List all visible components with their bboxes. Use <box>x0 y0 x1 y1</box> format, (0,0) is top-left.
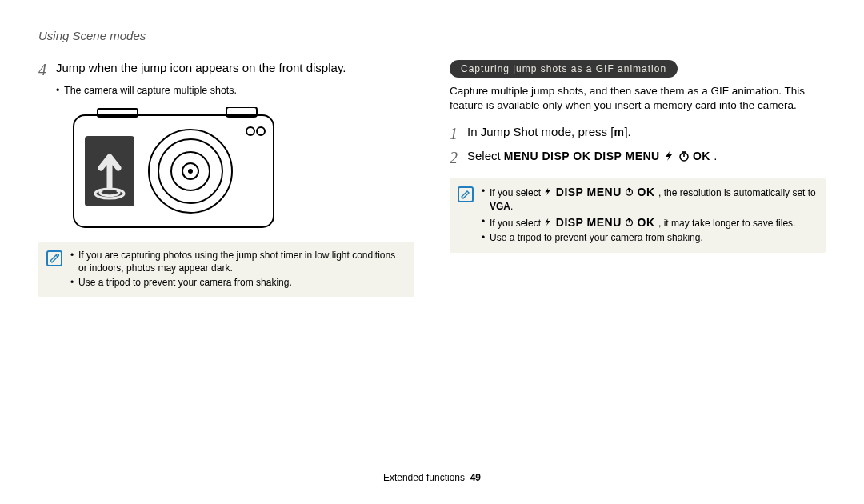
seq-part: DISP MENU <box>556 186 622 198</box>
step-text: In Jump Shot mode, press [m]. <box>467 124 631 140</box>
step-1: 1 In Jump Shot mode, press [m]. <box>450 124 826 143</box>
note-block-left: If you are capturing photos using the ju… <box>38 242 414 298</box>
text-fragment: ]. <box>624 125 630 138</box>
note-icon <box>46 250 62 266</box>
text-fragment: Select <box>467 149 504 162</box>
step-4: 4 Jump when the jump icon appears on the… <box>38 60 414 79</box>
page-footer: Extended functions 49 <box>0 472 864 483</box>
menu-glyph: m <box>614 126 624 138</box>
step-number: 1 <box>450 124 467 143</box>
text-fragment: , it may take longer to save files. <box>658 218 795 229</box>
seq-part: MENU DISP OK DISP MENU <box>504 150 660 162</box>
text-fragment: If you select <box>490 218 543 229</box>
button-sequence: MENU DISP OK DISP MENU OK <box>504 150 714 162</box>
step-text: Jump when the jump icon appears on the f… <box>56 60 346 76</box>
flash-icon <box>543 187 552 196</box>
seq-part: OK <box>638 216 655 229</box>
seq-part: OK <box>693 150 710 162</box>
right-column: Capturing jump shots as a GIF animation … <box>450 60 826 297</box>
page-number: 49 <box>470 472 481 483</box>
timer-icon <box>625 187 634 196</box>
step-number: 2 <box>450 148 467 167</box>
left-column: 4 Jump when the jump icon appears on the… <box>38 60 414 297</box>
svg-point-7 <box>188 169 193 174</box>
text-fragment: . <box>714 149 717 162</box>
step-text: Select MENU DISP OK DISP MENU OK . <box>467 148 717 164</box>
section-pill: Capturing jump shots as a GIF animation <box>450 60 678 78</box>
text-fragment: Use a tripod to prevent your camera from… <box>490 232 703 243</box>
flash-icon <box>543 218 552 226</box>
text-fragment: . <box>510 201 513 212</box>
section-body: Capture multiple jump shots, and then sa… <box>450 84 826 113</box>
timer-icon <box>625 218 634 226</box>
step-number: 4 <box>38 60 56 79</box>
page-header: Using Scene modes <box>38 29 826 42</box>
list-item: If you are capturing photos using the ju… <box>70 249 406 274</box>
text-fragment: If you select <box>490 187 543 198</box>
timer-icon <box>678 150 690 162</box>
resolution-label: VGA <box>490 201 510 212</box>
note-icon <box>458 186 474 202</box>
seq-part: OK <box>638 186 655 198</box>
list-item: Use a tripod to prevent your camera from… <box>482 231 818 244</box>
button-sequence: DISP MENU OK <box>543 216 658 229</box>
list-item: If you select DISP MENU OK , it may take… <box>482 215 818 230</box>
camera-illustration <box>70 107 414 231</box>
svg-point-9 <box>257 127 265 135</box>
button-sequence: DISP MENU OK <box>543 186 658 198</box>
footer-section: Extended functions <box>383 472 465 483</box>
list-item: Use a tripod to prevent your camera from… <box>70 276 406 289</box>
text-fragment: In Jump Shot mode, press [ <box>467 125 614 138</box>
seq-part: DISP MENU <box>556 216 622 229</box>
note-block-right: If you select DISP MENU OK , the resolut… <box>450 178 826 252</box>
step-2: 2 Select MENU DISP OK DISP MENU OK . <box>450 148 826 167</box>
flash-icon <box>663 150 674 162</box>
step-4-bullets: The camera will capture multiple shots. <box>38 84 414 98</box>
list-item: The camera will capture multiple shots. <box>56 84 414 98</box>
svg-point-8 <box>246 127 254 135</box>
list-item: If you select DISP MENU OK , the resolut… <box>482 185 818 213</box>
text-fragment: , the resolution is automatically set to <box>658 187 816 198</box>
